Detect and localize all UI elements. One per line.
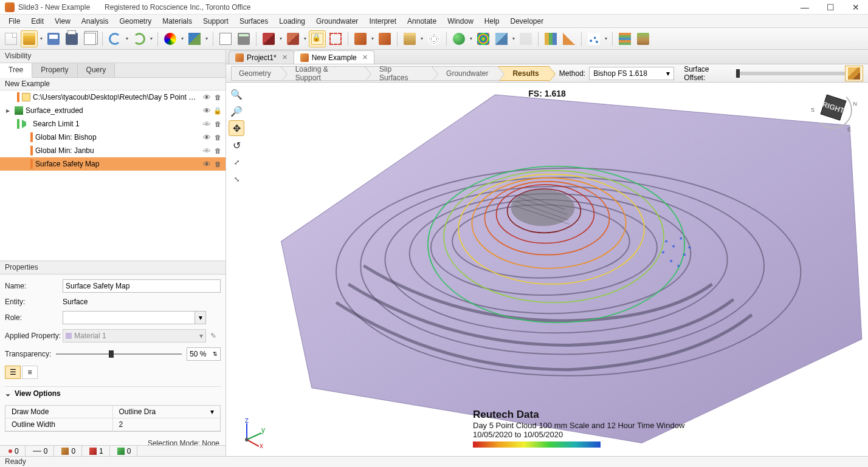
expand-icon[interactable]: ▸ [4, 106, 12, 115]
undo-button[interactable] [106, 30, 123, 47]
view-3d-button[interactable] [845, 66, 863, 81]
menu-window[interactable]: Window [443, 16, 478, 27]
maximize-button[interactable]: ☐ [823, 2, 838, 12]
visibility-toggle-icon[interactable]: 👁 [202, 106, 211, 115]
scatter-dropdown[interactable]: ▾ [604, 30, 608, 47]
menu-analysis[interactable]: Analysis [77, 16, 114, 27]
close-tab-icon[interactable]: ✕ [282, 53, 288, 61]
draw-mode-combo[interactable]: Outline Dra▾ [113, 406, 221, 418]
role-combo[interactable] [63, 311, 195, 324]
target-button[interactable] [217, 30, 234, 47]
box2-button[interactable] [284, 30, 301, 47]
visibility-toggle-icon[interactable]: 👁 [202, 120, 211, 128]
box2-dropdown[interactable]: ▾ [303, 30, 308, 47]
box3-button[interactable] [352, 30, 369, 47]
menu-interpret[interactable]: Interpret [364, 16, 401, 27]
redo-dropdown[interactable]: ▾ [149, 30, 154, 47]
undo-dropdown[interactable]: ▾ [125, 30, 129, 47]
color-dropdown[interactable]: ▾ [180, 30, 185, 47]
tree-node[interactable]: C:\Users\tyacoub\Desktop\Reutech\Day 5 P… [0, 90, 226, 104]
workflow-step[interactable]: Loading & Support [281, 66, 365, 81]
menu-groundwater[interactable]: Groundwater [311, 16, 363, 27]
tree-node[interactable]: Surface Safety Map👁🗑 [0, 157, 226, 171]
menu-loading[interactable]: Loading [274, 16, 310, 27]
box4-button[interactable] [376, 30, 393, 47]
visibility-toggle-icon[interactable]: 👁 [202, 146, 211, 155]
zoom-button[interactable]: 🔎 [229, 103, 244, 119]
pan-button[interactable]: ✥ [229, 120, 244, 136]
pencil-icon[interactable]: ✎ [206, 332, 221, 340]
selectrect-button[interactable] [327, 30, 344, 47]
3d-viewport[interactable]: 🔍 🔎 ✥ ↺ ⤢ ⤡ FS: 1.618 RIGHT S N E [226, 83, 868, 456]
cube-button[interactable] [493, 30, 510, 47]
workflow-step[interactable]: Groundwater [432, 66, 498, 81]
scatter-button[interactable] [585, 30, 602, 47]
close-button[interactable]: ✕ [849, 2, 863, 12]
spinner-icon[interactable]: ⇅ [213, 351, 218, 357]
redo-button[interactable] [131, 30, 148, 47]
tree-view[interactable]: C:\Users\tyacoub\Desktop\Reutech\Day 5 P… [0, 90, 226, 261]
open-button[interactable] [21, 30, 38, 47]
document-tab[interactable]: Project1*✕ [229, 50, 294, 64]
visibility-toggle-icon[interactable]: 👁 [202, 93, 211, 101]
folder-button[interactable] [401, 30, 418, 47]
layers-button[interactable] [616, 30, 633, 47]
new-button[interactable] [2, 30, 19, 47]
tree-node[interactable]: Search Limit 1👁🗑 [0, 117, 226, 131]
name-input[interactable] [63, 279, 221, 293]
menu-developer[interactable]: Developer [506, 16, 549, 27]
folder-dropdown[interactable]: ▾ [419, 30, 424, 47]
menu-annotate[interactable]: Annotate [402, 16, 441, 27]
box-button[interactable] [260, 30, 277, 47]
copy-button[interactable] [81, 30, 98, 47]
transparency-slider[interactable] [56, 348, 182, 360]
view-options-header[interactable]: ⌄View Options [5, 386, 221, 400]
wire-button[interactable] [425, 30, 443, 47]
menu-materials[interactable]: Materials [157, 16, 197, 27]
delete-icon[interactable]: 🗑 [213, 133, 222, 141]
visibility-toggle-icon[interactable]: 👁 [202, 160, 211, 168]
tab-property[interactable]: Property [32, 63, 77, 77]
menu-help[interactable]: Help [480, 16, 505, 27]
bars-button[interactable] [542, 30, 559, 47]
surface-offset-slider[interactable] [736, 72, 845, 75]
open-dropdown[interactable]: ▾ [39, 30, 44, 47]
minimize-button[interactable]: — [797, 2, 812, 12]
sphere-dropdown[interactable]: ▾ [469, 30, 474, 47]
menu-geometry[interactable]: Geometry [115, 16, 157, 27]
lock-button[interactable]: 🔒 [309, 30, 326, 47]
tree-node[interactable]: ▸Surface_extruded👁🔒 [0, 104, 226, 117]
fit-button[interactable]: ⤢ [229, 154, 244, 170]
menu-view[interactable]: View [50, 16, 75, 27]
zoom-in-button[interactable]: 🔍 [229, 86, 244, 102]
box3-dropdown[interactable]: ▾ [370, 30, 375, 47]
reset-button[interactable]: ⤡ [229, 171, 244, 187]
tab-query[interactable]: Query [78, 63, 115, 77]
workflow-step[interactable]: Slip Surfaces [365, 66, 432, 81]
delete-icon[interactable]: 🗑 [213, 93, 222, 101]
contour-button[interactable] [475, 30, 492, 47]
outline-width-value[interactable]: 2 [113, 418, 221, 431]
transparency-value[interactable]: 50 %⇅ [187, 347, 221, 361]
cube-dropdown[interactable]: ▾ [511, 30, 516, 47]
delete-icon[interactable]: 🗑 [213, 146, 222, 155]
block-button[interactable] [635, 30, 652, 47]
visibility-toggle-icon[interactable]: 👁 [202, 133, 211, 141]
view-compass[interactable]: RIGHT S N E [812, 89, 855, 131]
lock-icon[interactable]: 🔒 [213, 106, 222, 115]
workflow-step[interactable]: Results [498, 66, 549, 81]
tree-node[interactable]: Global Min: Janbu👁🗑 [0, 144, 226, 157]
menu-file[interactable]: File [4, 16, 25, 27]
sphere-button[interactable] [450, 30, 467, 47]
document-tab[interactable]: New Example✕ [294, 50, 374, 64]
menu-support[interactable]: Support [198, 16, 233, 27]
terrain-dropdown[interactable]: ▾ [204, 30, 209, 47]
axis-gizmo[interactable]: z y x [235, 418, 265, 449]
view-mode-detail-button[interactable]: ☰ [5, 366, 21, 379]
print-button[interactable] [63, 30, 80, 47]
chevron-down-icon[interactable]: ▾ [195, 311, 206, 324]
colorwheel-button[interactable] [162, 30, 179, 47]
box-dropdown[interactable]: ▾ [278, 30, 283, 47]
rotate-button[interactable]: ↺ [229, 137, 244, 153]
menu-edit[interactable]: Edit [26, 16, 49, 27]
